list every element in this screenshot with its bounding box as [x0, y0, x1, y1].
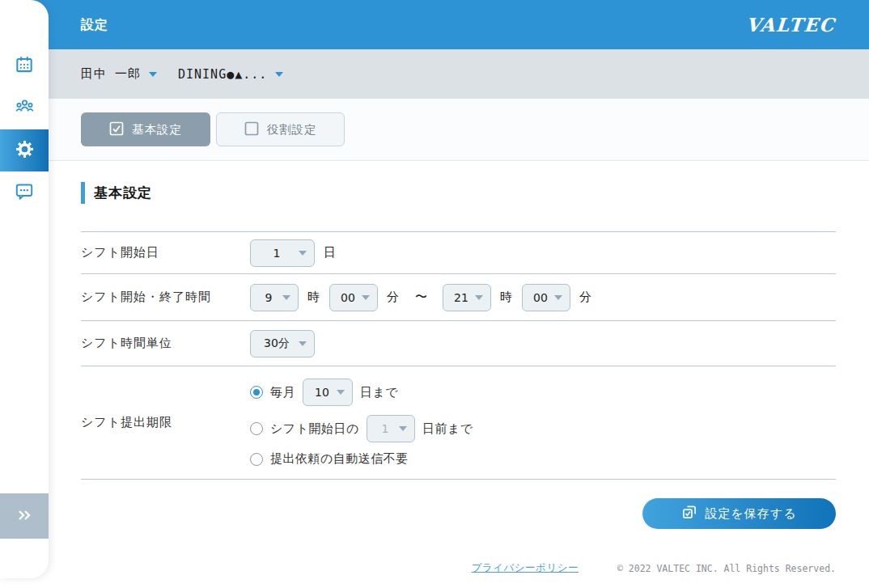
main-content: 基本設定 シフト開始日 1 日 シフト開始・終了時間 9 [49, 162, 869, 588]
select-value: 10 [311, 386, 333, 399]
option-text: 提出依頼の自動送信不要 [270, 451, 409, 467]
field-label: シフト開始・終了時間 [81, 290, 250, 305]
sidebar-item-staff[interactable] [0, 87, 49, 129]
shift-start-day-select[interactable]: 1 [250, 239, 315, 267]
valtec-logo: VALTEC [744, 0, 837, 49]
row-shift-unit: シフト時間単位 30分 [81, 321, 836, 366]
calendar-icon [14, 54, 35, 78]
row-shift-start-day: シフト開始日 1 日 [81, 232, 836, 274]
unit-label: 時 [500, 290, 513, 305]
option-text: 日前まで [422, 421, 473, 437]
chevron-down-icon [554, 295, 562, 300]
save-settings-button[interactable]: 設定を保存する [642, 498, 836, 529]
chevron-down-icon [299, 251, 307, 256]
copyright-text: © 2022 VALTEC INC. All Rights Reserved. [617, 563, 836, 574]
deadline-option-monthly: 毎月 10 日まで [250, 379, 473, 406]
range-separator: 〜 [415, 290, 427, 305]
chevron-down-icon [475, 295, 483, 300]
gear-icon [15, 139, 35, 163]
select-value: 00 [530, 291, 551, 304]
sidebar-expander-button[interactable] [0, 493, 49, 539]
checkbox-unchecked-icon [244, 121, 259, 138]
sidebar [0, 0, 49, 578]
section-title-text: 基本設定 [94, 184, 152, 202]
double-chevron-right-icon [15, 507, 33, 526]
chevron-down-icon [149, 72, 157, 77]
sidebar-item-settings[interactable] [0, 129, 49, 171]
chevron-down-icon [282, 295, 290, 300]
tab-label: 役割設定 [267, 122, 317, 137]
accent-bar [81, 182, 85, 204]
end-minute-select[interactable]: 00 [522, 284, 570, 311]
store-name: DINING●▲... [178, 67, 267, 82]
select-value: 21 [451, 291, 472, 304]
days-before-select[interactable]: 1 [367, 415, 415, 442]
settings-form: シフト開始日 1 日 シフト開始・終了時間 9 時 [81, 231, 836, 480]
tab-label: 基本設定 [132, 122, 182, 137]
select-value: 30分 [258, 336, 295, 351]
deadline-option-before-start: シフト開始日の 1 日前まで [250, 415, 473, 442]
end-hour-select[interactable]: 21 [443, 284, 491, 311]
start-hour-select[interactable]: 9 [250, 284, 299, 311]
deadline-option-no-auto-send: 提出依頼の自動送信不要 [250, 451, 473, 467]
option-text: 日まで [360, 385, 398, 400]
sidebar-item-chat[interactable] [0, 171, 49, 214]
monthly-day-select[interactable]: 10 [303, 379, 353, 406]
chevron-down-icon [299, 341, 307, 346]
chat-bubble-icon [14, 180, 35, 205]
section-heading: 基本設定 [81, 182, 152, 204]
start-minute-select[interactable]: 00 [329, 284, 378, 311]
chevron-down-icon [275, 72, 283, 77]
page-title: 設定 [81, 0, 108, 49]
sidebar-item-calendar[interactable] [0, 45, 49, 87]
staff-group-icon [14, 96, 36, 121]
row-deadline: シフト提出期限 毎月 10 日まで シフト開始日の [81, 366, 836, 480]
settings-tabs: 基本設定 役割設定 [49, 99, 869, 161]
chevron-down-icon [337, 390, 345, 395]
shift-unit-select[interactable]: 30分 [250, 330, 315, 357]
select-value: 00 [337, 291, 358, 304]
save-check-icon [681, 504, 697, 523]
field-label: シフト時間単位 [81, 336, 250, 351]
option-text: シフト開始日の [270, 421, 359, 437]
field-label: シフト開始日 [81, 245, 250, 260]
tab-role-settings[interactable]: 役割設定 [216, 112, 345, 146]
app-root: 設定 VALTEC 田中 一郎 DINING●▲... 基本設定 [0, 0, 869, 588]
chevron-down-icon [362, 295, 370, 300]
select-value: 1 [258, 247, 295, 260]
field-label: シフト提出期限 [81, 415, 250, 430]
radio-unselected[interactable] [250, 422, 263, 435]
radio-selected[interactable] [250, 386, 263, 399]
tab-basic-settings[interactable]: 基本設定 [81, 112, 210, 146]
footer: プライバシーポリシー © 2022 VALTEC INC. All Rights… [472, 561, 836, 575]
unit-label: 時 [307, 290, 320, 305]
context-bar: 田中 一郎 DINING●▲... [0, 49, 869, 99]
select-value: 1 [375, 422, 396, 435]
user-name: 田中 一郎 [81, 66, 141, 82]
option-text: 毎月 [270, 385, 295, 400]
select-value: 9 [258, 291, 279, 304]
unit-label: 日 [324, 245, 337, 260]
unit-label: 分 [387, 290, 400, 305]
privacy-policy-link[interactable]: プライバシーポリシー [472, 561, 579, 575]
checkbox-checked-icon [109, 121, 124, 138]
user-dropdown[interactable]: 田中 一郎 [81, 49, 157, 99]
save-button-label: 設定を保存する [705, 506, 796, 522]
chevron-down-icon [399, 426, 407, 431]
topbar: 設定 VALTEC [0, 0, 869, 49]
radio-unselected[interactable] [250, 453, 263, 466]
store-dropdown[interactable]: DINING●▲... [178, 49, 283, 99]
row-shift-time: シフト開始・終了時間 9 時 00 分 〜 21 [81, 274, 836, 321]
unit-label: 分 [579, 290, 592, 305]
